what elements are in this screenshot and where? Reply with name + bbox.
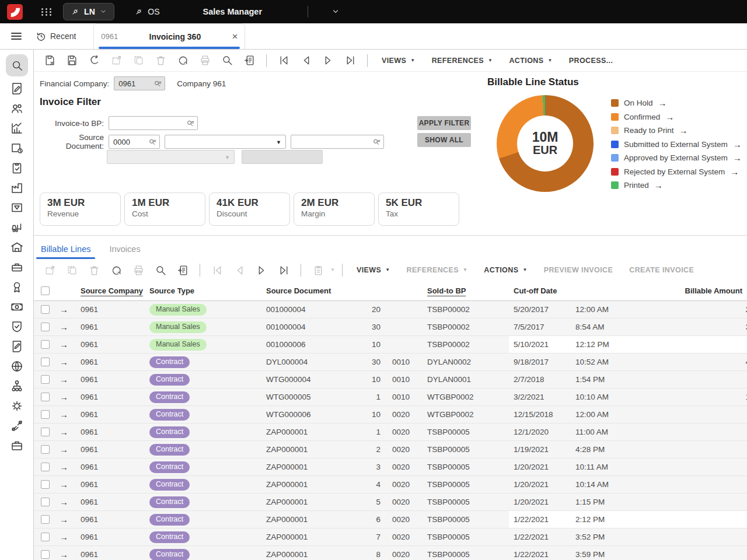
table-row[interactable]: →0961ContractWTG00000510010WTGBP00023/2/… — [34, 388, 747, 406]
infor-logo-icon[interactable] — [7, 4, 23, 20]
row-open-arrow[interactable]: → — [56, 410, 76, 419]
sidebar-item-factory[interactable] — [6, 180, 28, 195]
row-open-arrow[interactable]: → — [56, 480, 76, 489]
save-button[interactable] — [62, 52, 82, 69]
sidebar-item-award[interactable] — [6, 279, 28, 295]
row-open-arrow[interactable]: → — [56, 427, 76, 437]
source-document-company-field[interactable] — [109, 135, 160, 149]
row-open-arrow[interactable]: → — [56, 322, 76, 332]
source-document-type-select[interactable]: ▼ — [165, 135, 286, 149]
process-menu[interactable]: PROCESS... — [562, 57, 620, 65]
tab-invoices[interactable]: Invoices — [108, 244, 141, 259]
search-lines-button[interactable] — [151, 262, 170, 278]
workspace-switcher[interactable]: LN — [63, 3, 114, 20]
sidebar-item-money[interactable] — [6, 299, 28, 314]
row-checkbox[interactable] — [41, 323, 50, 331]
source-document-extra-select[interactable]: ▼ — [107, 150, 235, 164]
lines-references-menu[interactable]: REFERENCES▼ — [400, 266, 475, 274]
sidebar-item-funnel[interactable] — [6, 200, 28, 215]
legend-drill-arrow[interactable]: → — [733, 139, 742, 149]
table-row[interactable]: →0961ContractZAP00000130020TSBP000051/20… — [34, 459, 747, 476]
col-sold-to-bp[interactable]: Sold-to BP — [423, 286, 509, 295]
recent-button[interactable]: Recent — [33, 23, 86, 49]
last-record-button[interactable] — [340, 52, 360, 69]
lines-views-menu[interactable]: VIEWS▼ — [350, 266, 397, 274]
table-row[interactable]: →0961ContractZAP00000170020TSBP000051/22… — [34, 528, 747, 546]
table-row[interactable]: →0961ContractZAP00000160020TSBP000051/22… — [34, 511, 747, 528]
tab-billable-lines[interactable]: Billable Lines — [40, 244, 92, 259]
previous-page-button[interactable] — [229, 262, 249, 278]
save-close-button[interactable] — [40, 52, 60, 69]
sidebar-item-shield-check[interactable] — [6, 319, 28, 334]
row-open-arrow[interactable]: → — [56, 532, 76, 542]
preview-invoice-button[interactable]: PREVIEW INVOICE — [537, 266, 620, 274]
col-cut-off-date[interactable]: Cut-off Date — [509, 286, 571, 295]
row-open-arrow[interactable]: → — [56, 497, 76, 507]
row-checkbox[interactable] — [41, 428, 50, 436]
table-row[interactable]: →0961ContractZAP00000110020TSBP0000512/1… — [34, 424, 747, 441]
create-invoice-button[interactable]: CREATE INVOICE — [622, 266, 701, 274]
tab-invoicing-360[interactable]: 0961 Invoicing 360 × — [93, 23, 245, 49]
table-row[interactable]: →0961ContractWTG000006100020WTGBP000212/… — [34, 406, 747, 424]
table-row[interactable]: →0961ContractZAP00000140020TSBP000051/20… — [34, 476, 747, 494]
views-menu[interactable]: VIEWS▼ — [375, 57, 423, 65]
sidebar-item-doc-pencil[interactable] — [6, 81, 28, 96]
col-source-type[interactable]: Source Type — [145, 286, 261, 295]
table-row[interactable]: →0961ContractDYL000004300010DYLAN00029/1… — [34, 354, 747, 371]
sidebar-item-chart[interactable] — [6, 121, 28, 136]
lines-actions-menu[interactable]: ACTIONS▼ — [477, 266, 534, 274]
col-source-document[interactable]: Source Document — [261, 286, 349, 295]
row-checkbox[interactable] — [41, 393, 50, 401]
sidebar-item-box-clock[interactable] — [6, 141, 28, 156]
new-line-button[interactable] — [40, 262, 60, 278]
delete-line-button[interactable] — [84, 262, 104, 278]
row-checkbox[interactable] — [41, 445, 50, 454]
pinned-app-os[interactable]: OS — [134, 7, 159, 16]
print-button[interactable] — [195, 52, 215, 69]
row-open-arrow[interactable]: → — [56, 462, 76, 472]
row-open-arrow[interactable]: → — [56, 444, 76, 454]
status-donut-chart[interactable] — [497, 95, 594, 192]
lookup-icon[interactable] — [148, 138, 157, 146]
sidebar-item-org-chart[interactable] — [6, 379, 28, 394]
undo-button[interactable] — [84, 52, 104, 69]
sidebar-item-briefcase[interactable] — [6, 438, 28, 453]
search-button[interactable] — [217, 52, 237, 69]
actions-menu[interactable]: ACTIONS▼ — [502, 57, 559, 65]
clipboard-button[interactable] — [308, 262, 328, 278]
row-checkbox[interactable] — [41, 533, 50, 541]
sidebar-item-toolbox[interactable] — [6, 260, 28, 275]
sidebar-item-globe[interactable] — [6, 359, 28, 374]
legend-drill-arrow[interactable]: → — [658, 98, 667, 108]
legend-drill-arrow[interactable]: → — [730, 167, 739, 177]
sidebar-item-gear[interactable] — [6, 398, 28, 414]
row-open-arrow[interactable]: → — [56, 340, 76, 349]
sidebar-item-tools[interactable] — [6, 418, 28, 433]
col-billable-amount[interactable]: Billable Amount — [624, 286, 747, 295]
sidebar-item-search[interactable] — [6, 54, 28, 76]
last-page-button[interactable] — [274, 262, 294, 278]
role-chevron-down-icon[interactable] — [331, 8, 340, 16]
col-source-company[interactable]: Source Company — [76, 286, 145, 295]
new-button[interactable] — [106, 52, 126, 69]
row-open-arrow[interactable]: → — [56, 550, 76, 559]
sidebar-item-warehouse[interactable] — [6, 240, 28, 255]
next-page-button[interactable] — [252, 262, 271, 278]
next-record-button[interactable] — [318, 52, 338, 69]
table-row[interactable]: →0961Manual Sales00100000430TSBP000027/5… — [34, 318, 747, 336]
refresh-button[interactable] — [173, 52, 193, 69]
row-checkbox[interactable] — [41, 463, 50, 471]
row-open-arrow[interactable]: → — [56, 514, 76, 524]
select-all-checkbox[interactable] — [41, 286, 50, 295]
export-button[interactable] — [239, 52, 259, 69]
references-menu[interactable]: REFERENCES▼ — [425, 57, 500, 65]
table-row[interactable]: →0961ContractZAP00000120020TSBP000051/19… — [34, 441, 747, 459]
lookup-icon[interactable] — [186, 119, 195, 128]
row-checkbox[interactable] — [41, 340, 50, 349]
export-lines-button[interactable] — [173, 262, 193, 278]
show-all-button[interactable]: SHOW ALL — [417, 133, 471, 147]
table-row[interactable]: →0961Manual Sales00100000420TSBP000025/2… — [34, 301, 747, 318]
sidebar-item-people[interactable] — [6, 101, 28, 116]
app-grid-icon[interactable] — [41, 8, 53, 16]
caret-down-icon[interactable]: ▼ — [330, 268, 335, 272]
